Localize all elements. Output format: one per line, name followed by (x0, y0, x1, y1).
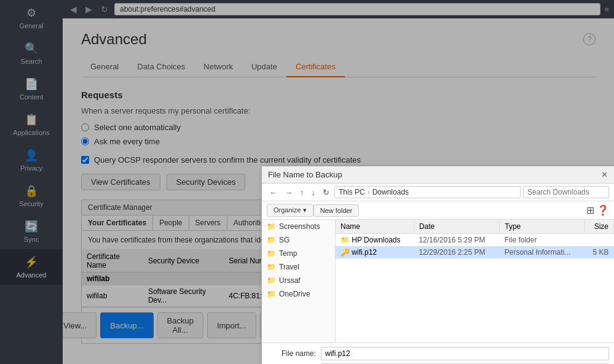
folder-icon: 📁 (267, 263, 276, 271)
organize-button[interactable]: Organize ▾ (267, 204, 313, 217)
col-size: Size (584, 220, 613, 234)
tree-item-screenshots[interactable]: 📁Screenshots (262, 220, 335, 233)
help-dialog-icon[interactable]: ❓ (597, 204, 609, 216)
file-icon: 🔑 (340, 248, 350, 257)
folder-icon: 📁 (267, 276, 276, 285)
list-item[interactable]: 🔑 wifi.p12 12/29/2016 2:25 PM Personal I… (336, 246, 614, 258)
file-dialog-form: File name: Save as type: PKCS12 Files (*… (262, 343, 614, 364)
filename-label: File name: (267, 349, 316, 358)
list-item[interactable]: 📁 HP Downloads 12/16/2016 5:29 PM File f… (336, 234, 614, 247)
folder-icon: 📁 (340, 236, 350, 244)
breadcrumb-downloads[interactable]: Downloads (372, 188, 409, 196)
dialog-down-btn[interactable]: ↓ (309, 187, 318, 198)
tree-item-onedrive[interactable]: 📁OneDrive (262, 287, 335, 301)
filename-row: File name: (267, 347, 609, 360)
tree-item-sg[interactable]: 📁SG (262, 233, 335, 247)
view-toggle-button[interactable]: ⊞ (586, 204, 594, 216)
new-folder-button[interactable]: New folder (313, 204, 360, 217)
dialog-close-button[interactable]: ✕ (601, 170, 608, 179)
file-tree: 📁Screenshots📁SG📁Temp📁Travel📁Urssaf📁OneDr… (262, 220, 336, 343)
col-type: Type (500, 220, 585, 234)
breadcrumb-pc[interactable]: This PC (339, 188, 365, 196)
file-dialog-title: File Name to Backup ✕ (262, 166, 614, 184)
file-dialog-actions: Organize ▾ New folder ⊞ ❓ (262, 201, 614, 220)
filename-input[interactable] (321, 347, 609, 360)
dialog-search-input[interactable] (523, 186, 609, 198)
folder-icon: 📁 (267, 236, 276, 244)
file-list: Name Date Type Size 📁 HP Downloads 12/16… (336, 220, 614, 343)
dialog-up-btn[interactable]: ↑ (297, 187, 307, 198)
tree-item-urssaf[interactable]: 📁Urssaf (262, 274, 335, 287)
tree-item-temp[interactable]: 📁Temp (262, 247, 335, 260)
col-date: Date (414, 220, 499, 234)
file-dialog-toolbar: ← → ↑ ↓ ↻ This PC › Downloads (262, 184, 614, 201)
dialog-forward-btn[interactable]: → (282, 187, 295, 198)
col-name: Name (336, 220, 414, 234)
folder-icon: 📁 (267, 249, 276, 258)
breadcrumb: This PC › Downloads (334, 186, 521, 198)
file-list-table: Name Date Type Size 📁 HP Downloads 12/16… (336, 220, 614, 258)
tree-item-travel[interactable]: 📁Travel (262, 260, 335, 274)
file-dialog-body: 📁Screenshots📁SG📁Temp📁Travel📁Urssaf📁OneDr… (262, 220, 614, 343)
dialog-back-btn[interactable]: ← (267, 187, 280, 198)
folder-icon: 📁 (267, 290, 276, 298)
dialog-refresh-btn[interactable]: ↻ (320, 187, 332, 198)
file-dialog: File Name to Backup ✕ ← → ↑ ↓ ↻ This PC … (261, 166, 614, 364)
folder-icon: 📁 (267, 222, 276, 231)
